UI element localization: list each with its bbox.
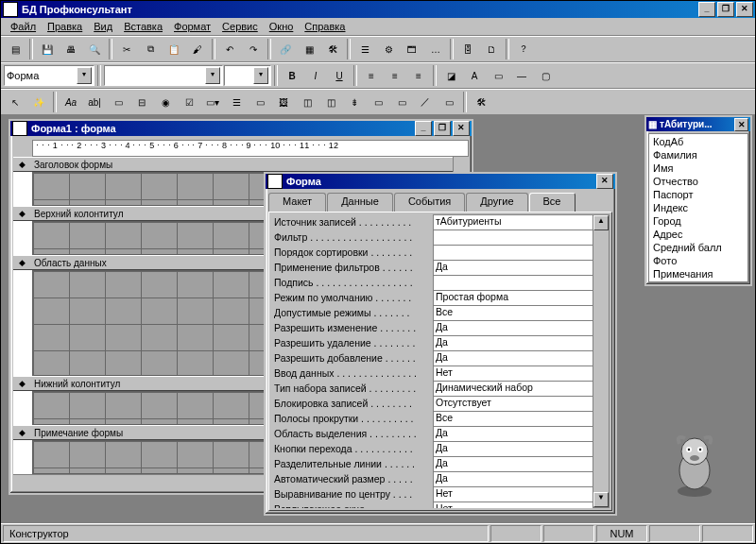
fontsize-combo[interactable]: ▾ [224,65,271,86]
fieldlist-item[interactable]: Фото [650,254,747,267]
fieldlist-item[interactable]: Средний балл [650,241,747,254]
menu-insert[interactable]: Вставка [118,20,168,33]
properties-titlebar[interactable]: Форма ✕ [266,174,615,189]
insert-link-icon[interactable]: 🔗 [274,38,297,60]
property-value[interactable]: Да [433,471,594,487]
child-maximize-button[interactable]: ❐ [434,121,451,136]
rectangle-icon[interactable]: ▭ [438,91,460,113]
optiongroup-icon[interactable]: ▭ [107,91,129,113]
forecolor-icon[interactable]: A [463,64,486,87]
more-controls-icon[interactable]: 🛠 [470,91,492,113]
property-value[interactable]: Нет [433,366,594,382]
align-left-icon[interactable]: ≡ [360,64,383,87]
align-center-icon[interactable]: ≡ [384,64,406,87]
backcolor-icon[interactable]: ◪ [439,64,462,87]
code-icon[interactable]: ⚙ [377,38,400,60]
linecolor-icon[interactable]: ▭ [487,64,509,87]
build-icon[interactable]: … [424,38,447,60]
property-value[interactable]: тАбитуриенты [433,214,594,230]
fieldlist-item[interactable]: КодАб [650,135,747,148]
bold-icon[interactable]: B [281,64,303,87]
property-value[interactable]: Динамический набор [433,381,594,397]
property-value[interactable]: Да [433,260,594,276]
property-value[interactable] [433,275,594,291]
label-icon[interactable]: Aa [60,91,82,113]
property-value[interactable]: Да [433,350,594,366]
scroll-up-icon[interactable]: ▲ [593,215,609,230]
menu-window[interactable]: Окно [264,20,300,33]
close-button[interactable]: ✕ [736,2,753,17]
help-icon[interactable]: ？ [512,38,535,60]
fieldlist-item[interactable]: Имя [650,162,747,175]
maximize-button[interactable]: ❐ [717,2,734,17]
property-value[interactable]: Нет [433,502,594,509]
copy-icon[interactable]: ⧉ [139,38,162,60]
menu-edit[interactable]: Правка [42,20,88,33]
properties-icon[interactable]: 🗔 [401,38,423,60]
tabcontrol-icon[interactable]: ▭ [367,91,389,113]
property-value[interactable]: Да [433,335,594,351]
view-icon[interactable]: ▤ [4,38,26,60]
properties-close-button[interactable]: ✕ [596,174,613,189]
scroll-down-icon[interactable]: ▼ [593,492,609,507]
option-icon[interactable]: ◉ [154,91,177,113]
fieldlist-item[interactable]: Отчество [650,175,747,188]
object-combo[interactable]: Форма ▾ [4,65,94,86]
property-value[interactable]: Все [433,411,594,427]
unbound-object-icon[interactable]: ◫ [296,91,318,113]
menu-file[interactable]: Файл [5,20,42,33]
chevron-down-icon[interactable]: ▾ [205,67,220,84]
line-icon[interactable]: ／ [414,91,437,113]
fieldlist-item[interactable]: Адрес [650,228,747,241]
checkbox-icon[interactable]: ☑ [178,91,200,113]
wizard-icon[interactable]: ✨ [27,91,50,113]
print-icon[interactable]: 🖶 [60,38,82,60]
special-effect-icon[interactable]: ▢ [534,64,557,87]
italic-icon[interactable]: I [304,64,327,87]
fieldlist-item[interactable]: Город [650,214,747,228]
tab-data[interactable]: Данные [327,193,393,212]
pagebreak-icon[interactable]: ⇟ [343,91,366,113]
combobox-icon[interactable]: ▭▾ [201,91,224,113]
property-value[interactable]: Все [433,305,594,321]
horizontal-ruler[interactable]: ⋅ ⋅ ⋅ 1 ⋅ ⋅ ⋅ 2 ⋅ ⋅ ⋅ 3 ⋅ ⋅ ⋅ 4 ⋅ ⋅ ⋅ 5 … [32,140,469,157]
property-value[interactable]: Да [433,320,594,336]
cut-icon[interactable]: ✂ [115,38,138,60]
fieldlist-item[interactable]: Паспорт [650,188,747,201]
menu-format[interactable]: Формат [168,20,216,33]
tab-all[interactable]: Все [529,193,576,212]
button-icon[interactable]: ▭ [249,91,271,113]
format-painter-icon[interactable]: 🖌 [186,38,209,60]
toggle-icon[interactable]: ⊟ [130,91,153,113]
child-close-button[interactable]: ✕ [453,121,470,136]
fieldlist-item[interactable]: Индекс [650,201,747,214]
property-value[interactable] [433,245,594,261]
property-value[interactable] [433,230,594,246]
properties-scrollbar[interactable]: ▲ ▼ [593,214,610,508]
font-combo[interactable]: ▾ [104,65,223,86]
minimize-button[interactable]: _ [698,2,715,17]
tab-events[interactable]: События [394,193,465,212]
property-value[interactable]: Да [433,456,594,472]
fieldlist-titlebar[interactable]: ▦ тАбитури... ✕ [646,117,750,131]
redo-icon[interactable]: ↷ [242,38,265,60]
bound-object-icon[interactable]: ◫ [319,91,342,113]
tab-other[interactable]: Другие [466,193,527,212]
menu-help[interactable]: Справка [299,20,351,33]
preview-icon[interactable]: 🔍 [83,38,106,60]
tab-layout[interactable]: Макет [268,193,326,212]
listbox-icon[interactable]: ☰ [225,91,248,113]
chevron-down-icon[interactable]: ▾ [253,67,268,84]
menu-tools[interactable]: Сервис [216,20,264,33]
fieldlist-close-button[interactable]: ✕ [734,118,748,131]
property-value[interactable]: Да [433,441,594,457]
underline-icon[interactable]: U [328,64,351,87]
office-assistant[interactable] [666,433,723,499]
paste-icon[interactable]: 📋 [163,38,185,60]
toolbox-icon[interactable]: 🛠 [321,38,344,60]
select-icon[interactable]: ↖ [4,91,26,113]
fieldlist-item[interactable]: Фамилия [650,148,747,162]
subform-icon[interactable]: ▭ [390,91,413,113]
property-value[interactable]: Да [433,426,594,442]
section-header-bar[interactable]: Заголовок формы [13,157,469,172]
